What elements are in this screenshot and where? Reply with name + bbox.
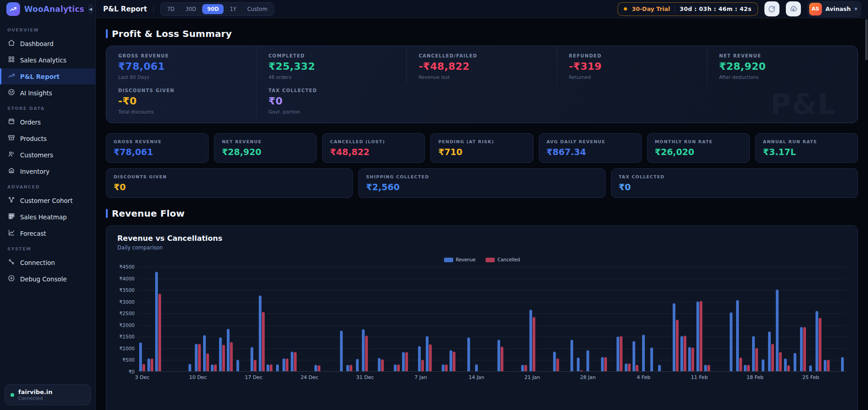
sidebar-item-orders[interactable]: Orders	[0, 114, 95, 130]
refresh-button[interactable]	[764, 1, 779, 16]
sidebar-item-forecast[interactable]: Forecast	[0, 225, 95, 241]
kpi-value: ₹78,061	[114, 147, 201, 157]
kpi-label: NET REVENUE	[222, 139, 309, 144]
x-axis-tick: 17 Dec	[245, 374, 262, 380]
revenue-bar	[236, 360, 239, 371]
sidebar-item-label: Inventory	[20, 168, 49, 175]
sidebar-item-sales-analytics[interactable]: Sales Analytics	[0, 52, 95, 68]
cancelled-bar	[151, 358, 153, 371]
x-axis-tick: 3 Dec	[135, 374, 150, 380]
range-pill-1y[interactable]: 1Y	[225, 4, 241, 14]
cancelled-bar	[533, 317, 535, 371]
brand-header: WooAnalytics ◀	[0, 0, 95, 18]
user-menu[interactable]: AS Avinash ▼	[807, 1, 862, 17]
bar-group	[759, 267, 767, 371]
sidebar-item-customers[interactable]: Customers	[0, 147, 95, 163]
x-axis-tick: 21 Jan	[524, 374, 540, 380]
kpi-label: TAX COLLECTED	[619, 174, 850, 179]
bar-group	[680, 267, 687, 371]
kpi-card-cancelled-lost-: CANCELLED (LOST) ₹48,822	[322, 133, 425, 163]
legend-swatch	[486, 258, 495, 262]
summary-metric-refunded: REFUNDED -₹319 Returned	[557, 46, 707, 85]
revenue-bar	[601, 357, 604, 371]
metric-subtitle: After deductions	[719, 74, 846, 80]
trial-countdown: 30d : 03h : 46m : 42s	[680, 5, 751, 12]
bar-group	[258, 267, 266, 371]
scrollbar-thumb[interactable]	[865, 19, 868, 60]
sidebar-item-dashboard[interactable]: Dashboard	[0, 36, 95, 52]
bar-group	[298, 267, 305, 371]
sidebar-collapse-button[interactable]: ◀	[89, 4, 93, 14]
revenue-bar	[402, 352, 405, 371]
metric-value: -₹319	[569, 61, 695, 72]
range-pill-30d[interactable]: 30D	[180, 4, 201, 14]
sidebar-section-label: OVERVIEW	[0, 23, 95, 35]
bar-group	[337, 267, 345, 371]
range-pill-custom[interactable]: Custom	[242, 4, 272, 14]
bar-group	[552, 267, 560, 371]
sidebar-item-p-l-report[interactable]: P&L Report	[0, 68, 95, 84]
bar-group	[250, 267, 257, 371]
cancelled-bar	[636, 365, 638, 371]
bar-group	[751, 267, 759, 371]
cancelled-bar	[397, 364, 400, 371]
summary-metric-gross-revenue: GROSS REVENUE ₹78,061 Last 90 Days	[106, 46, 256, 85]
metric-value: ₹0	[268, 95, 395, 107]
kpi-card-tax-collected: TAX COLLECTED ₹0	[611, 168, 858, 198]
x-axis-tick: 31 Dec	[356, 374, 374, 380]
pl-summary-panel: GROSS REVENUE ₹78,061 Last 90 DaysCOMPLE…	[106, 46, 858, 123]
cancelled-bar	[429, 344, 432, 371]
app-root: WooAnalytics ◀ OVERVIEWDashboardSales An…	[0, 0, 868, 410]
kpi-label: PENDING (AT RISK)	[438, 139, 525, 144]
summary-metric-tax-collected: TAX COLLECTED ₹0 Govt. portion	[256, 85, 407, 123]
trend-icon	[8, 72, 15, 81]
sidebar-item-products[interactable]: Products	[0, 130, 95, 146]
cancelled-bar	[707, 365, 710, 371]
bar-group	[799, 267, 806, 371]
legend-item-revenue[interactable]: Revenue	[444, 257, 476, 262]
bar-group	[242, 267, 250, 371]
sync-download-button[interactable]	[786, 1, 801, 16]
metric-label: GROSS REVENUE	[118, 53, 244, 58]
grid-icon	[8, 56, 15, 64]
sidebar-item-sales-heatmap[interactable]: Sales Heatmap	[0, 209, 95, 225]
secondary-kpi-row: DISCOUNTS GIVEN ₹0SHIPPING COLLECTED ₹2,…	[106, 168, 858, 198]
range-pill-90d[interactable]: 90D	[202, 4, 224, 14]
metric-label: REFUNDED	[569, 53, 695, 58]
y-axis-tick: ₹500	[122, 357, 135, 363]
sidebar-item-debug-console[interactable]: Debug Console	[0, 271, 95, 287]
bar-group	[839, 267, 847, 371]
cancelled-bar	[803, 327, 806, 371]
kpi-card-row: GROSS REVENUE ₹78,061NET REVENUE ₹28,920…	[106, 133, 858, 163]
bot-icon	[8, 88, 15, 97]
revenue-bar	[442, 364, 444, 371]
bar-group	[815, 267, 822, 371]
page-title: P&L Report	[103, 5, 147, 13]
revenue-bar	[394, 364, 397, 371]
cancelled-bar	[747, 365, 750, 371]
sidebar-item-label: Forecast	[20, 230, 46, 237]
revenue-bar	[475, 364, 478, 371]
revenue-bar	[426, 336, 429, 371]
cancelled-bar	[350, 365, 352, 371]
bar-group	[417, 267, 424, 371]
revenue-bar	[809, 365, 812, 371]
legend-item-cancelled[interactable]: Cancelled	[486, 257, 520, 262]
summary-section-header: Profit & Loss Summary	[106, 28, 858, 39]
cancelled-bar	[270, 364, 272, 371]
bar-group	[305, 267, 313, 371]
range-pill-7d[interactable]: 7D	[162, 4, 179, 14]
topbar: P&L Report 7D30D90D1YCustom 30-Day Trial…	[96, 0, 868, 18]
sidebar-item-customer-cohort[interactable]: Customer Cohort	[0, 192, 95, 208]
sidebar-item-ai-insights[interactable]: AI Insights	[0, 85, 95, 101]
revenue-bar	[617, 337, 619, 371]
kpi-card-avg-daily-revenue: AVG DAILY REVENUE ₹867.34	[539, 133, 642, 163]
revenue-bar	[356, 359, 359, 371]
store-connection-card[interactable]: fairvibe.in Connected	[5, 384, 91, 405]
cancelled-bar	[628, 363, 631, 371]
sidebar-item-inventory[interactable]: Inventory	[0, 163, 95, 179]
sidebar-item-connection[interactable]: Connection	[0, 254, 95, 270]
bar-group	[472, 267, 480, 371]
scrollbar[interactable]	[865, 19, 868, 409]
revenue-bar	[267, 364, 269, 371]
